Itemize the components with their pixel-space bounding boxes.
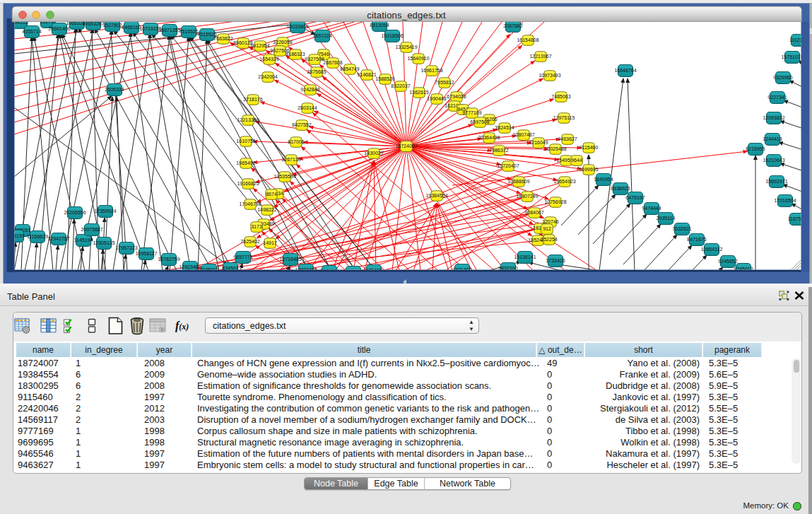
svg-text:20975887: 20975887 [81, 227, 102, 232]
svg-text:2505334: 2505334 [105, 87, 124, 92]
svg-text:20364436: 20364436 [478, 135, 500, 140]
svg-text:3226058: 3226058 [273, 40, 292, 45]
svg-text:16782759: 16782759 [158, 257, 180, 262]
svg-text:19218506: 19218506 [381, 33, 403, 38]
svg-text:8427552: 8427552 [292, 122, 311, 127]
svg-text:9463627: 9463627 [558, 136, 577, 141]
svg-text:9084067: 9084067 [524, 210, 543, 215]
svg-text:18724007: 18724007 [395, 144, 417, 148]
svg-text:17359924: 17359924 [94, 209, 116, 214]
svg-text:9327508: 9327508 [305, 57, 324, 62]
svg-text:20691406: 20691406 [48, 26, 70, 31]
svg-text:1654339: 1654339 [259, 57, 278, 62]
svg-text:3267130: 3267130 [281, 157, 300, 162]
svg-text:6897508: 6897508 [470, 119, 489, 124]
svg-text:20206556: 20206556 [64, 210, 86, 215]
svg-text:8186323: 8186323 [286, 52, 305, 57]
svg-text:9329966: 9329966 [773, 75, 792, 80]
svg-text:1610755: 1610755 [236, 139, 255, 144]
svg-text:6479197: 6479197 [625, 195, 645, 200]
svg-text:3875685: 3875685 [307, 69, 326, 74]
svg-text:8215955: 8215955 [746, 146, 765, 151]
svg-text:12505135: 12505135 [93, 240, 114, 245]
svg-text:15640910: 15640910 [407, 56, 429, 61]
svg-text:19654923: 19654923 [553, 179, 575, 184]
svg-text:9115460: 9115460 [579, 145, 599, 150]
svg-text:9474444: 9474444 [642, 206, 661, 211]
svg-text:16648764: 16648764 [614, 68, 636, 73]
svg-text:14917: 14917 [263, 240, 277, 245]
svg-text:12213369: 12213369 [237, 117, 259, 122]
svg-text:8471676: 8471676 [687, 237, 706, 242]
svg-text:19384554: 19384554 [425, 193, 447, 198]
svg-text:10973493: 10973493 [539, 73, 560, 78]
svg-text:10756928: 10756928 [544, 199, 566, 204]
svg-text:9777169: 9777169 [462, 110, 481, 115]
svg-text:1362615: 1362615 [409, 90, 428, 95]
svg-text:7857224: 7857224 [312, 33, 331, 38]
svg-text:1244418: 1244418 [763, 136, 782, 141]
svg-text:8322037: 8322037 [391, 83, 410, 88]
svg-text:12923468: 12923468 [179, 264, 201, 269]
svg-text:8912954: 8912954 [250, 43, 269, 48]
svg-text:9245652: 9245652 [718, 259, 737, 264]
svg-text:17957223: 17957223 [115, 245, 137, 250]
svg-text:1527602: 1527602 [102, 23, 122, 28]
svg-text:18807249: 18807249 [516, 194, 538, 199]
svg-text:8674: 8674 [266, 192, 277, 197]
svg-text:16154808: 16154808 [517, 37, 539, 42]
svg-text:1640954: 1640954 [594, 177, 613, 182]
svg-text:15692971: 15692971 [765, 179, 787, 184]
svg-text:7632621: 7632621 [672, 226, 691, 231]
svg-text:1733426: 1733426 [546, 258, 565, 263]
svg-text:11156829: 11156829 [27, 234, 48, 239]
svg-text:1588520: 1588520 [375, 76, 394, 81]
svg-text:13325419: 13325419 [395, 45, 417, 49]
svg-text:4055714: 4055714 [22, 29, 41, 34]
svg-text:16961758: 16961758 [420, 68, 442, 73]
svg-text:7515526: 7515526 [179, 29, 198, 34]
svg-text:6794028: 6794028 [447, 94, 466, 99]
svg-text:1990448: 1990448 [427, 96, 446, 101]
svg-text:9146821: 9146821 [357, 72, 376, 77]
svg-text:12975115: 12975115 [553, 115, 575, 120]
svg-text:10653267: 10653267 [82, 21, 104, 26]
svg-text:6216049: 6216049 [529, 140, 548, 145]
svg-text:16033809: 16033809 [286, 24, 308, 29]
svg-text:3173: 3173 [251, 224, 262, 229]
svg-text:7955812: 7955812 [435, 80, 454, 85]
svg-text:9242848: 9242848 [300, 87, 319, 92]
svg-text:9657771: 9657771 [233, 255, 252, 259]
svg-text:2342004: 2342004 [258, 74, 277, 79]
svg-text:252254: 252254 [541, 237, 557, 242]
svg-text:16671355: 16671355 [158, 28, 180, 33]
svg-text:7485063: 7485063 [551, 94, 570, 99]
svg-text:15720407: 15720407 [497, 163, 519, 168]
svg-text:16210643: 16210643 [763, 158, 784, 163]
svg-text:2803144: 2803144 [298, 105, 317, 110]
svg-text:2718176: 2718176 [243, 97, 262, 102]
svg-text:10688609: 10688609 [507, 179, 529, 184]
svg-text:912: 912 [543, 226, 551, 231]
svg-text:10958117: 10958117 [136, 251, 158, 256]
svg-text:8938923: 8938923 [611, 186, 630, 191]
svg-text:17046798: 17046798 [239, 201, 261, 206]
svg-text:citations_edges.txt: citations_edges.txt [367, 10, 446, 21]
svg-text:1965492: 1965492 [236, 160, 255, 165]
svg-text:8854749: 8854749 [340, 66, 359, 71]
svg-text:10654112: 10654112 [701, 247, 723, 252]
svg-text:13535594: 13535594 [273, 174, 295, 179]
svg-text:9644: 9644 [571, 158, 582, 163]
svg-text:1830027: 1830027 [364, 151, 383, 156]
svg-text:15751074: 15751074 [781, 54, 803, 59]
svg-text:1145194: 1145194 [74, 238, 93, 243]
svg-text:9227341: 9227341 [767, 95, 787, 100]
svg-text:3824514: 3824514 [495, 125, 514, 130]
svg-text:817006: 817006 [288, 139, 304, 144]
svg-text:2867608: 2867608 [323, 60, 342, 65]
svg-text:12942757: 12942757 [47, 236, 69, 241]
svg-text:10025488: 10025488 [544, 146, 566, 151]
svg-text:15716485: 15716485 [279, 257, 301, 262]
svg-text:2935114: 2935114 [657, 216, 676, 221]
svg-text:1498222: 1498222 [257, 207, 276, 212]
